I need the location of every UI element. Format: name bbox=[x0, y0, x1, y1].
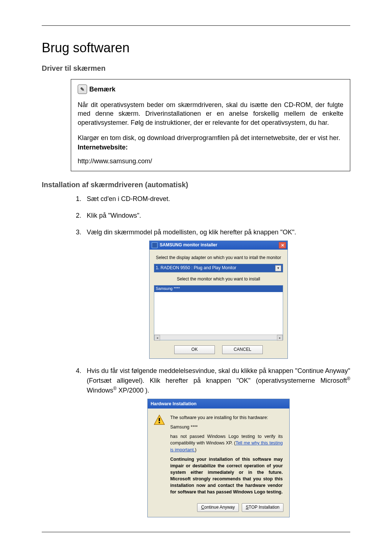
dialog1-cancel-button[interactable]: CANCEL bbox=[222, 345, 263, 354]
chevron-down-icon[interactable]: ▾ bbox=[275, 265, 281, 271]
dialog2-line3: has not passed Windows Logo testing to v… bbox=[170, 433, 283, 453]
step-4-text-b: Windows bbox=[87, 387, 113, 394]
step-4: Hvis du får vist følgende meddelelsesvin… bbox=[83, 366, 350, 517]
svg-rect-1 bbox=[159, 418, 160, 421]
step-4-text-c: XP/2000 ). bbox=[117, 387, 149, 394]
dialog1-adapter-value: 1. RADEON 9550 : Plug and Play Monitor bbox=[156, 265, 236, 271]
step-4-text-a: Hvis du får vist følgende meddelelsesvin… bbox=[87, 367, 350, 384]
top-rule bbox=[42, 25, 350, 26]
stop-installation-button[interactable]: STOP Installation bbox=[242, 503, 283, 512]
dialog1-ok-button[interactable]: OK bbox=[174, 345, 215, 354]
step-3: Vælg din skærmmodel på modellisten, og k… bbox=[83, 227, 350, 359]
note-paragraph-1: Når dit operativsystem beder om skærmdri… bbox=[78, 100, 343, 127]
step-2: Klik på "Windows". bbox=[83, 211, 350, 220]
dialog2-line1: The software you are installing for this… bbox=[170, 414, 283, 421]
note-website-label: Internetwebsite: bbox=[78, 143, 343, 152]
scroll-track[interactable] bbox=[160, 335, 277, 340]
note-icon bbox=[78, 85, 87, 94]
step-3-text: Vælg din skærmmodel på modellisten, og k… bbox=[87, 229, 296, 236]
dialog1-monitor-list[interactable]: Samsung **** ◂ ▸ bbox=[154, 285, 283, 340]
dialog1-adapter-label: Select the display adapter on which you … bbox=[154, 255, 283, 261]
dialog1-monitor-label: Select the monitor which you want to ins… bbox=[154, 276, 283, 282]
dialog1-monitor-selected[interactable]: Samsung **** bbox=[154, 286, 283, 292]
section-driver-title: Driver til skærmen bbox=[42, 64, 350, 73]
continue-anyway-button[interactable]: Continue Anyway bbox=[197, 503, 239, 512]
subsection-install-title: Installation af skærmdriveren (automatis… bbox=[42, 181, 350, 189]
dialog2-titlebar: Hardware Installation bbox=[148, 399, 289, 409]
note-paragraph-2: Klargør en tom disk, og download driverp… bbox=[78, 134, 343, 142]
reg-mark-1: ® bbox=[347, 376, 350, 381]
reg-mark-2: ® bbox=[113, 386, 117, 391]
samsung-installer-dialog: SAMSUNG monitor installer ✕ Select the d… bbox=[149, 241, 288, 359]
step-1: Sæt cd'en i CD-ROM-drevet. bbox=[83, 194, 350, 204]
dialog2-bold-warning: Continuing your installation of this sof… bbox=[170, 456, 283, 496]
dialog1-close-button[interactable]: ✕ bbox=[279, 242, 286, 249]
bottom-rule bbox=[42, 532, 350, 532]
scroll-left-icon[interactable]: ◂ bbox=[154, 335, 160, 341]
hardware-installation-dialog: Hardware Installation The software you a… bbox=[147, 399, 290, 517]
dialog2-line3b: ) bbox=[195, 447, 196, 452]
dialog1-hscrollbar[interactable]: ◂ ▸ bbox=[154, 335, 283, 340]
note-header: Bemærk bbox=[78, 85, 343, 94]
dialog1-adapter-select[interactable]: 1. RADEON 9550 : Plug and Play Monitor ▾ bbox=[154, 264, 283, 272]
scroll-right-icon[interactable]: ▸ bbox=[277, 335, 283, 341]
dialog1-title-icon bbox=[152, 242, 158, 248]
warning-icon bbox=[154, 414, 165, 426]
dialog2-line2: Samsung **** bbox=[170, 424, 283, 430]
dialog1-title: SAMSUNG monitor installer bbox=[160, 242, 217, 248]
svg-rect-2 bbox=[159, 422, 160, 423]
dialog2-title: Hardware Installation bbox=[151, 401, 196, 406]
note-url: http://www.samsung.com/ bbox=[78, 157, 343, 165]
steps-list: Sæt cd'en i CD-ROM-drevet. Klik på "Wind… bbox=[71, 194, 350, 517]
page-title: Brug softwaren bbox=[42, 40, 350, 56]
dialog1-titlebar: SAMSUNG monitor installer ✕ bbox=[150, 241, 287, 250]
note-box: Bemærk Når dit operativsystem beder om s… bbox=[71, 79, 350, 171]
note-label: Bemærk bbox=[89, 85, 115, 94]
